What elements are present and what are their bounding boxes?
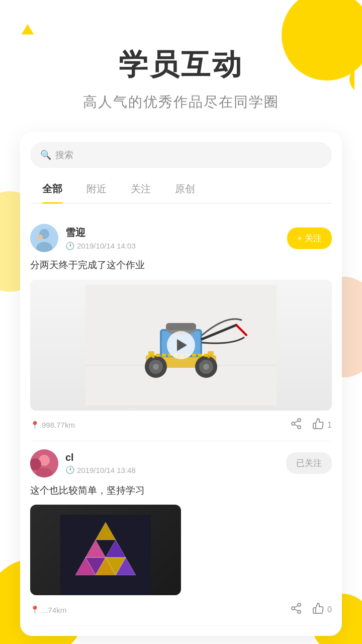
post-user-info: 雪迎 🕐 2019/10/14 14:03 [65,226,287,251]
post-header: cl 🕐 2019/10/14 13:48 已关注 [30,449,332,477]
share-icon [290,602,302,617]
post-item: cl 🕐 2019/10/14 13:48 已关注 这个也比较简单，坚持学习 [30,441,332,626]
svg-point-5 [38,234,43,239]
post-content: 分两天终于完成了这个作业 [30,258,332,273]
post-location: 📍 998.77km [30,421,290,430]
like-button[interactable]: 0 [312,602,332,617]
triangle-scene [30,505,181,595]
post-location: 📍 ...74km [30,605,290,614]
main-card: 🔍 搜索 全部 附近 关注 原创 [20,132,342,636]
svg-point-16 [203,364,209,370]
avatar [30,449,58,477]
like-count: 0 [327,605,332,614]
like-count: 1 [327,421,332,430]
svg-point-13 [153,364,159,370]
play-icon [177,339,187,351]
tab-original[interactable]: 原创 [163,178,207,203]
svg-point-27 [298,426,301,429]
play-button[interactable] [167,331,195,359]
post-image-inner [30,280,332,411]
post-actions: 0 [290,602,332,617]
share-button[interactable] [290,602,302,617]
clock-icon: 🕐 [65,465,75,474]
svg-line-55 [295,606,298,608]
svg-line-54 [295,609,298,611]
svg-rect-20 [166,323,196,330]
svg-line-29 [295,421,298,423]
post-user-info: cl 🕐 2019/10/14 13:48 [65,452,286,474]
search-placeholder: 搜索 [55,149,73,161]
like-icon [312,602,324,617]
page-subtitle: 高人气的优秀作品尽在同学圈 [0,93,362,112]
post-actions: 1 [290,418,332,433]
post-header: 雪迎 🕐 2019/10/14 14:03 + 关注 [30,224,332,252]
tab-bar: 全部 附近 关注 原创 [30,178,332,204]
share-icon [290,418,302,433]
svg-point-53 [298,610,301,613]
page-title: 学员互动 [0,45,362,85]
svg-point-26 [292,422,295,425]
svg-line-28 [295,424,298,426]
like-icon [312,418,324,433]
follow-button[interactable]: + 关注 [287,227,332,249]
post-content: 这个也比较简单，坚持学习 [30,484,332,498]
post-time: 🕐 2019/10/14 13:48 [65,465,286,474]
tab-nearby[interactable]: 附近 [74,178,119,203]
post-media[interactable] [30,280,332,411]
post-footer: 📍 ...74km [30,602,332,617]
post-footer: 📍 998.77km [30,418,332,433]
tab-all[interactable]: 全部 [30,178,74,203]
svg-point-51 [298,603,301,606]
post-time: 🕐 2019/10/14 14:03 [65,242,287,251]
post-item: 雪迎 🕐 2019/10/14 14:03 + 关注 分两天终于完成了这个作业 [30,216,332,441]
svg-point-25 [298,419,301,422]
svg-point-52 [292,607,295,610]
search-bar[interactable]: 🔍 搜索 [30,142,332,168]
location-icon: 📍 [30,605,40,614]
like-button[interactable]: 1 [312,418,332,433]
location-icon: 📍 [30,421,40,430]
avatar [30,224,58,252]
post-username: 雪迎 [65,226,287,239]
post-media [30,505,181,595]
search-icon: 🔍 [40,149,51,160]
post-username: cl [65,452,286,463]
tab-follow[interactable]: 关注 [119,178,163,203]
header-section: 学员互动 高人气的优秀作品尽在同学圈 [0,0,362,112]
followed-button[interactable]: 已关注 [286,452,332,474]
clock-icon: 🕐 [65,242,75,251]
share-button[interactable] [290,418,302,433]
post-image-inner [30,505,181,595]
